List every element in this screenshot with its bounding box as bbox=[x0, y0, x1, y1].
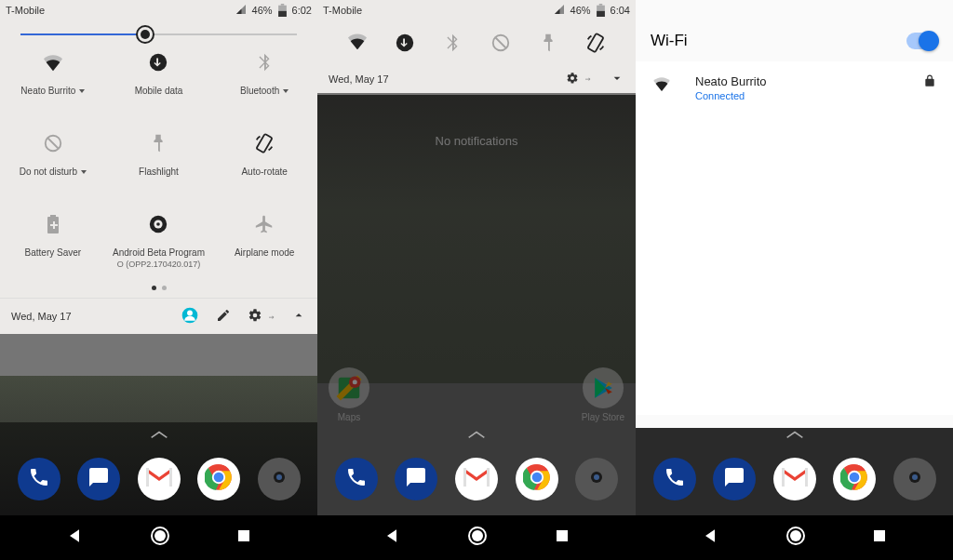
svg-point-53 bbox=[850, 473, 859, 482]
dock-camera[interactable] bbox=[258, 458, 301, 500]
qs-mini-wifi[interactable] bbox=[346, 32, 369, 54]
mobiledata-icon bbox=[395, 33, 415, 53]
qs-tile-airplane[interactable]: Airplane mode bbox=[211, 214, 317, 269]
dock-messages[interactable] bbox=[77, 458, 120, 500]
rotate-icon bbox=[254, 133, 275, 153]
quick-settings-tiles: Neato BurritoMobile dataBluetoothDo not … bbox=[0, 43, 317, 274]
wifi-signal-icon bbox=[652, 76, 673, 95]
svg-point-19 bbox=[214, 473, 223, 482]
qs-tile-battsaver[interactable]: Battery Saver bbox=[0, 214, 106, 269]
expand-caret-icon bbox=[81, 170, 87, 174]
expand-chevron-icon[interactable] bbox=[610, 71, 624, 87]
battery-icon bbox=[597, 4, 605, 17]
phone-icon bbox=[664, 466, 686, 492]
gmail-icon bbox=[146, 468, 172, 490]
dock-camera[interactable] bbox=[575, 458, 618, 500]
camera-icon bbox=[904, 466, 926, 492]
svg-line-31 bbox=[495, 38, 505, 48]
nav-home-button[interactable] bbox=[466, 525, 489, 551]
rotate-icon bbox=[585, 33, 606, 53]
airplane-icon bbox=[254, 214, 275, 234]
dock bbox=[636, 447, 953, 512]
nav-back-button[interactable] bbox=[383, 527, 401, 549]
dock-gmail[interactable] bbox=[138, 458, 181, 500]
svg-point-22 bbox=[276, 474, 282, 480]
dock-gmail[interactable] bbox=[455, 458, 498, 500]
tile-sublabel: O (OPP2.170420.017) bbox=[117, 260, 201, 269]
brightness-thumb-icon[interactable] bbox=[136, 25, 154, 44]
status-bar: T-Mobile 46% 6:02 bbox=[0, 0, 317, 20]
qs-tile-rotate[interactable]: Auto-rotate bbox=[211, 133, 317, 177]
brightness-slider[interactable] bbox=[0, 20, 317, 43]
lock-icon bbox=[923, 74, 936, 91]
wifi-toggle[interactable] bbox=[906, 33, 938, 49]
collapse-chevron-icon[interactable] bbox=[291, 308, 306, 325]
dock-chrome[interactable] bbox=[833, 458, 876, 500]
nav-back-button[interactable] bbox=[701, 527, 719, 549]
battsaver-icon bbox=[43, 214, 63, 234]
qs-mini-flash[interactable] bbox=[537, 32, 559, 54]
clock-label: 6:04 bbox=[611, 5, 630, 16]
messages-icon bbox=[87, 466, 110, 492]
dock-phone[interactable] bbox=[653, 458, 696, 500]
nav-recents-button[interactable] bbox=[871, 527, 888, 548]
dock-camera[interactable] bbox=[893, 458, 936, 500]
qs-tile-dnd[interactable]: Do not disturb bbox=[0, 133, 106, 177]
tile-label: Neato Burrito bbox=[20, 86, 85, 96]
nav-recents-button[interactable] bbox=[554, 527, 570, 548]
tile-label: Flashlight bbox=[139, 167, 179, 177]
qs-mini-rotate[interactable] bbox=[584, 32, 607, 54]
tile-label: Android Beta Program bbox=[113, 247, 205, 258]
phone-icon bbox=[28, 466, 50, 492]
wifi-title: Wi-Fi bbox=[651, 32, 688, 50]
svg-rect-37 bbox=[463, 468, 466, 487]
qs-footer-bar: Wed, May 17 bbox=[0, 298, 317, 334]
gmail-icon bbox=[463, 468, 490, 490]
beta-icon bbox=[148, 214, 168, 234]
qs-tile-beta[interactable]: Android Beta ProgramO (OPP2.170420.017) bbox=[106, 214, 212, 269]
wifi-icon bbox=[347, 33, 368, 53]
dock-chrome[interactable] bbox=[516, 458, 558, 500]
qs-tile-flash[interactable]: Flashlight bbox=[106, 133, 212, 177]
battery-label: 46% bbox=[570, 5, 591, 16]
dock-phone[interactable] bbox=[335, 458, 378, 500]
wifi-network-row[interactable]: Neato Burrito Connected bbox=[636, 61, 953, 114]
qs-mini-dnd[interactable] bbox=[490, 32, 512, 54]
carrier-label: T-Mobile bbox=[6, 5, 45, 16]
app-drawer-handle-icon[interactable] bbox=[150, 425, 168, 445]
quick-settings-row bbox=[317, 20, 636, 65]
nav-home-button[interactable] bbox=[785, 525, 807, 551]
dock-chrome[interactable] bbox=[197, 458, 240, 500]
expand-caret-icon bbox=[283, 89, 289, 93]
svg-point-56 bbox=[912, 474, 918, 480]
app-drawer-handle-icon[interactable] bbox=[785, 425, 804, 445]
settings-gear-icon[interactable] bbox=[566, 72, 591, 87]
settings-gear-icon[interactable] bbox=[248, 308, 275, 325]
dock-gmail[interactable] bbox=[773, 458, 816, 500]
camera-icon bbox=[585, 466, 608, 492]
qs-mini-bluetooth[interactable] bbox=[441, 32, 463, 54]
qs-tile-mobiledata[interactable]: Mobile data bbox=[106, 52, 212, 96]
wifi-settings-header: Wi-Fi bbox=[636, 20, 953, 61]
nav-back-button[interactable] bbox=[65, 527, 84, 549]
dock-phone[interactable] bbox=[18, 458, 60, 500]
edit-tiles-icon[interactable] bbox=[216, 308, 231, 325]
qs-tile-wifi[interactable]: Neato Burrito bbox=[0, 52, 106, 96]
qs-mini-mobiledata[interactable] bbox=[394, 32, 416, 54]
svg-rect-15 bbox=[146, 468, 149, 487]
app-drawer-handle-icon[interactable] bbox=[467, 425, 486, 445]
phone-icon bbox=[345, 466, 368, 492]
svg-rect-25 bbox=[238, 530, 249, 541]
signal-icon bbox=[554, 4, 565, 17]
page-indicator[interactable] bbox=[0, 274, 317, 298]
dock-messages[interactable] bbox=[395, 458, 437, 500]
svg-point-46 bbox=[472, 530, 483, 541]
svg-rect-8 bbox=[50, 215, 56, 217]
qs-footer-bar: Wed, May 17 bbox=[317, 65, 636, 95]
nav-recents-button[interactable] bbox=[235, 527, 252, 548]
camera-icon bbox=[268, 466, 290, 492]
nav-home-button[interactable] bbox=[149, 525, 171, 551]
qs-tile-bluetooth[interactable]: Bluetooth bbox=[211, 52, 317, 96]
multi-user-icon[interactable] bbox=[181, 306, 199, 327]
dock-messages[interactable] bbox=[713, 458, 756, 500]
